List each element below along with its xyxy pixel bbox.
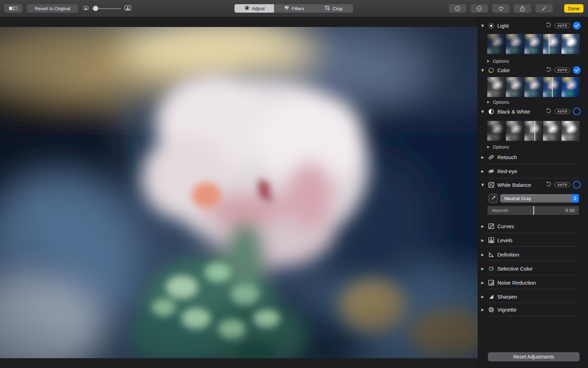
undo-light-button[interactable] <box>545 22 552 29</box>
warmth-value: 0.50 <box>566 208 575 213</box>
auto-black-white-button[interactable]: AUTO <box>554 109 570 114</box>
disclosure-down-icon[interactable]: ▼ <box>481 24 487 28</box>
disclosure-right-icon[interactable]: ▶ <box>481 169 487 173</box>
bw-thumb[interactable] <box>487 121 505 141</box>
color-options-toggle[interactable]: ▶ Options <box>487 97 509 107</box>
section-header-light[interactable]: ▼ Light AUTO <box>478 20 588 31</box>
section-header-white-balance[interactable]: ▼ WB White Balance AUTO <box>478 179 588 190</box>
light-thumb[interactable] <box>561 34 580 54</box>
heart-icon <box>498 6 504 11</box>
bw-thumb[interactable] <box>506 121 524 141</box>
undo-color-button[interactable] <box>545 67 552 73</box>
undo-white-balance-button[interactable] <box>545 182 552 188</box>
favorite-button[interactable] <box>492 4 510 13</box>
sharpen-triangle-icon <box>488 293 495 300</box>
color-thumbnail-slider[interactable] <box>487 77 580 97</box>
bw-thumb[interactable] <box>561 121 580 141</box>
disclosure-down-icon[interactable]: ▼ <box>481 183 487 187</box>
revert-to-original-button[interactable]: Revert to Original <box>27 4 78 13</box>
info-icon <box>455 6 461 12</box>
section-title: Sharpen <box>497 294 517 300</box>
color-wheel-icon <box>488 67 495 74</box>
color-thumb[interactable] <box>561 77 580 97</box>
section-title: Color <box>497 67 510 73</box>
disclosure-right-icon[interactable]: ▶ <box>481 253 487 257</box>
disclosure-right-icon[interactable]: ▶ <box>481 295 487 299</box>
bw-thumb[interactable] <box>543 121 561 141</box>
section-header-noise-reduction[interactable]: ▶ Noise Reduction <box>478 277 588 288</box>
section-header-sharpen[interactable]: ▶ Sharpen <box>478 291 588 302</box>
tab-crop[interactable]: Crop <box>314 4 353 13</box>
disclosure-right-icon[interactable]: ▶ <box>481 308 487 312</box>
disclosure-right-icon[interactable]: ▶ <box>481 238 487 242</box>
red-eye-icon <box>488 168 495 175</box>
color-thumb[interactable] <box>506 77 524 97</box>
color-slider-indicator[interactable] <box>552 77 553 97</box>
disclosure-right-icon[interactable]: ▶ <box>481 281 487 285</box>
undo-icon <box>546 181 552 188</box>
photo-large-icon <box>124 5 131 12</box>
rotate-button[interactable] <box>514 4 531 13</box>
white-balance-preset-select[interactable]: Neutral Gray <box>500 194 579 203</box>
zoom-slider-track[interactable] <box>92 8 121 9</box>
section-title: Vignette <box>497 307 517 313</box>
done-button[interactable]: Done <box>564 4 583 13</box>
definition-triangle-icon <box>488 251 495 258</box>
section-header-color[interactable]: ▼ Color AUTO <box>478 64 588 76</box>
auto-light-button[interactable]: AUTO <box>554 23 570 28</box>
section-header-definition[interactable]: ▶ Definition <box>478 249 588 260</box>
white-balance-enabled-checkbox[interactable] <box>573 181 581 189</box>
curves-icon <box>488 223 495 230</box>
warmth-slider-indicator[interactable] <box>533 206 534 215</box>
selective-color-dots-icon <box>488 265 495 272</box>
tab-adjust[interactable]: Adjust <box>234 4 274 13</box>
more-options-button[interactable] <box>471 4 488 13</box>
color-thumb[interactable] <box>524 77 542 97</box>
light-enabled-checkbox[interactable] <box>573 22 581 29</box>
bw-slider-indicator[interactable] <box>534 121 535 141</box>
disclosure-right-icon[interactable]: ▶ <box>481 155 487 159</box>
disclosure-right-icon: ▶ <box>487 100 490 104</box>
options-label: Options <box>493 59 509 64</box>
bw-thumb[interactable] <box>524 121 542 141</box>
section-header-retouch[interactable]: ▶ Retouch <box>478 151 588 163</box>
light-thumb[interactable] <box>543 34 561 54</box>
info-button[interactable] <box>449 4 466 13</box>
photo <box>0 27 478 358</box>
light-thumb[interactable] <box>487 34 505 54</box>
light-thumb[interactable] <box>506 34 524 54</box>
section-header-vignette[interactable]: ▶ Vignette <box>478 304 588 315</box>
auto-white-balance-button[interactable]: AUTO <box>554 182 570 187</box>
color-thumb[interactable] <box>487 77 505 97</box>
section-header-curves[interactable]: ▶ Curves <box>478 220 588 232</box>
black-white-enabled-checkbox[interactable] <box>573 108 581 115</box>
auto-enhance-button[interactable] <box>536 4 553 13</box>
zoom-slider-thumb[interactable] <box>93 6 98 11</box>
disclosure-right-icon: ▶ <box>487 59 490 63</box>
auto-color-button[interactable]: AUTO <box>554 68 570 73</box>
svg-text:B: B <box>492 185 493 187</box>
undo-black-white-button[interactable] <box>545 108 552 115</box>
compare-before-after-button[interactable] <box>4 4 22 13</box>
light-thumb[interactable] <box>524 34 542 54</box>
section-title: Curves <box>497 223 514 229</box>
black-white-options-toggle[interactable]: ▶ Options <box>487 142 509 151</box>
reset-adjustments-button[interactable]: Reset Adjustments <box>488 352 580 361</box>
black-white-thumbnail-slider[interactable] <box>487 121 580 141</box>
warmth-slider[interactable]: Warmth 0.50 <box>488 206 579 215</box>
zoom-slider[interactable] <box>83 4 131 13</box>
eyedropper-button[interactable] <box>489 194 498 203</box>
tab-filters[interactable]: Filters <box>274 4 314 13</box>
light-slider-indicator[interactable] <box>549 34 550 54</box>
disclosure-right-icon[interactable]: ▶ <box>481 224 487 228</box>
disclosure-down-icon[interactable]: ▼ <box>481 68 487 72</box>
disclosure-down-icon[interactable]: ▼ <box>481 110 487 114</box>
light-thumbnail-slider[interactable] <box>487 34 580 54</box>
section-header-black-white[interactable]: ▼ Black & White AUTO <box>478 106 588 117</box>
section-header-levels[interactable]: ▶ Levels <box>478 234 588 246</box>
disclosure-right-icon[interactable]: ▶ <box>481 267 487 271</box>
divider <box>487 260 580 261</box>
section-header-selective-color[interactable]: ▶ Selective Color <box>478 263 588 274</box>
section-header-red-eye[interactable]: ▶ Red-eye <box>478 165 588 177</box>
color-enabled-checkbox[interactable] <box>573 66 581 74</box>
